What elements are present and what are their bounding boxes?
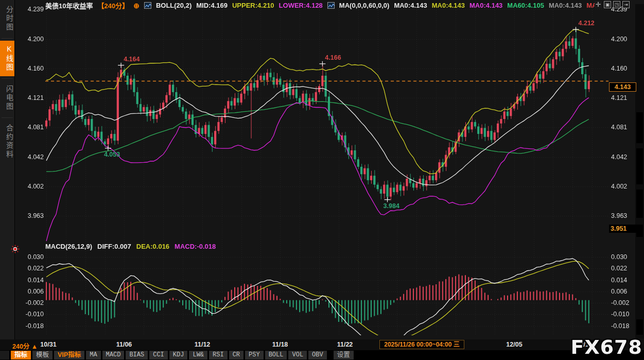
- macd-header-value: DIFF:0.007: [97, 243, 131, 250]
- macd-axis-label: 0.014: [611, 277, 627, 284]
- strip-block: [636, 148, 643, 184]
- macd-axis-label: 0.022: [17, 265, 44, 272]
- sidebar-separator: [2, 117, 13, 118]
- header-value: MID:4.169: [196, 2, 228, 9]
- macd-axis-label: 0.014: [17, 277, 44, 284]
- period-selector[interactable]: 240分 ▲: [12, 341, 38, 351]
- indicator-button-bias[interactable]: BIAS: [126, 351, 148, 359]
- main-axis-label: 4.081: [611, 124, 627, 131]
- header-value: 【240分】: [97, 1, 129, 10]
- main-axis-label: 3.963: [17, 212, 44, 219]
- macd-header-value: MACD(26,12,9): [45, 243, 92, 250]
- strip-block: [636, 190, 643, 218]
- overlay-panel-icon[interactable]: ▣: [604, 1, 611, 8]
- price-annotation: 4.212: [579, 20, 595, 27]
- header-value: MA0:4.143: [432, 2, 465, 9]
- ma-chart-icon: [327, 2, 335, 9]
- sidebar-tab-3[interactable]: 闪电图: [0, 81, 14, 115]
- header-value: MA(0,0,0,60,0,0): [339, 2, 390, 9]
- macd-axis-label: -0.018: [17, 322, 44, 330]
- low-price-tag: 3.951: [609, 225, 643, 233]
- sidebar-separator: [2, 78, 13, 79]
- sidebar-tab-4[interactable]: 合约资料: [0, 120, 14, 163]
- indicator-toolbar: 指标 模板 VIP指标 MAMACDBIASCCIKDJLW&RSICRPSYB…: [0, 350, 644, 360]
- macd-axis-label: 0.030: [17, 253, 44, 261]
- macd-axis-label: -0.010: [17, 311, 44, 318]
- indicator-header: 美债10年收益率【240分】⊕BOLL(20,2)MID:4.169UPPER:…: [45, 1, 597, 10]
- hover-time-tooltip: 2025/11/26 00:00~04:00 三: [379, 340, 464, 349]
- header-value: MA60:4.105: [507, 2, 544, 9]
- template-button[interactable]: 模板: [32, 351, 53, 359]
- export-icon[interactable]: ⇥: [622, 1, 630, 8]
- plus-circle-icon[interactable]: ⊕: [133, 2, 140, 10]
- date-tick: 11/22: [337, 341, 353, 348]
- indicator-button-ma[interactable]: MA: [86, 351, 100, 359]
- live-burst-icon: [11, 245, 20, 255]
- header-value: UPPER:4.210: [232, 2, 274, 9]
- macd-axis-label: -0.018: [611, 322, 629, 330]
- indicator-button-obv[interactable]: OBV: [308, 351, 327, 359]
- main-axis-label: 4.121: [611, 94, 627, 101]
- current-price-tag: 4.143: [609, 82, 636, 92]
- main-axis-label: 4.002: [17, 183, 44, 190]
- indicator-button-cci[interactable]: CCI: [149, 351, 168, 359]
- macd-axis-label: 0.022: [611, 265, 627, 272]
- strip-block: [636, 319, 643, 335]
- sidebar-separator: [2, 38, 13, 39]
- macd-axis-label: -0.002: [611, 299, 629, 306]
- indicator-button-psy[interactable]: PSY: [245, 351, 264, 359]
- price-annotation: 4.164: [124, 56, 140, 63]
- time-axis: 240分 ▲ 2025/11/26 00:00~04:00 三 10/3111/…: [0, 339, 644, 350]
- boll-chart-icon: [144, 2, 151, 9]
- date-tick: 11/12: [195, 341, 211, 348]
- indicator-button-kdj[interactable]: KDJ: [169, 351, 188, 359]
- main-axis-label: 3.963: [611, 212, 627, 219]
- chart-window: 分时图K线图闪电图合约资料 美债10年收益率【240分】⊕BOLL(20,2)M…: [0, 0, 644, 360]
- fx678-watermark: FX678: [570, 336, 642, 358]
- indicator-button-rsi[interactable]: RSI: [209, 351, 228, 359]
- header-value: MA0:4.143: [549, 2, 582, 9]
- main-axis-label: 4.200: [17, 36, 44, 43]
- main-axis-label: 4.042: [17, 153, 44, 161]
- date-tick: 10/31: [40, 341, 56, 348]
- toolbar-corner: [0, 351, 9, 359]
- macd-axis-label: -0.010: [611, 311, 629, 318]
- indicator-button-macd[interactable]: MACD: [102, 351, 125, 359]
- indicator-button[interactable]: 指标: [11, 351, 31, 359]
- vip-indicator-button[interactable]: VIP指标: [54, 351, 84, 359]
- price-annotation: 3.984: [384, 202, 399, 210]
- macd-axis-label: 0.030: [611, 253, 627, 261]
- main-axis-label: 4.160: [17, 65, 44, 72]
- crosshair-icon[interactable]: ✛: [595, 1, 602, 8]
- macd-header-value: MACD:-0.018: [175, 243, 216, 250]
- main-axis-label: 4.200: [611, 36, 627, 43]
- header-value: MA0:4.143: [469, 2, 502, 9]
- header-value: MA0:4.143: [394, 2, 427, 9]
- price-annotation: 4.166: [325, 54, 341, 61]
- chart-canvas[interactable]: [0, 0, 644, 360]
- main-axis-label: 4.081: [17, 124, 44, 131]
- date-tick: 11/06: [116, 341, 132, 348]
- indicator-button-boll[interactable]: BOLL: [265, 351, 287, 359]
- main-axis-label: 4.042: [611, 153, 627, 161]
- strip-block: [636, 112, 643, 143]
- sidebar-tab-2[interactable]: K线图: [0, 41, 14, 76]
- macd-header-value: DEA:0.016: [136, 243, 169, 250]
- scale-right-icon[interactable]: ◳: [613, 1, 620, 8]
- macd-axis-label: -0.002: [17, 299, 44, 306]
- main-axis-label: 4.239: [17, 6, 44, 13]
- indicator-button-vol[interactable]: VOL: [288, 351, 307, 359]
- main-axis-label: 4.002: [611, 183, 627, 190]
- right-scroll-strip[interactable]: [635, 4, 644, 339]
- indicator-button-lw[interactable]: LW&: [189, 351, 207, 359]
- sidebar: 分时图K线图闪电图合约资料: [0, 0, 15, 340]
- header-value: LOWER:4.128: [279, 2, 323, 9]
- main-axis-label: 4.160: [611, 65, 627, 72]
- header-value: 美债10年收益率: [45, 1, 93, 10]
- indicator-button-cr[interactable]: CR: [229, 351, 243, 359]
- date-tick: 12/05: [506, 341, 522, 348]
- settings-button[interactable]: 设置: [334, 351, 354, 359]
- date-tick: 11/18: [272, 341, 288, 348]
- main-axis-label: 4.121: [17, 94, 44, 101]
- sidebar-tab-1[interactable]: 分时图: [0, 2, 14, 36]
